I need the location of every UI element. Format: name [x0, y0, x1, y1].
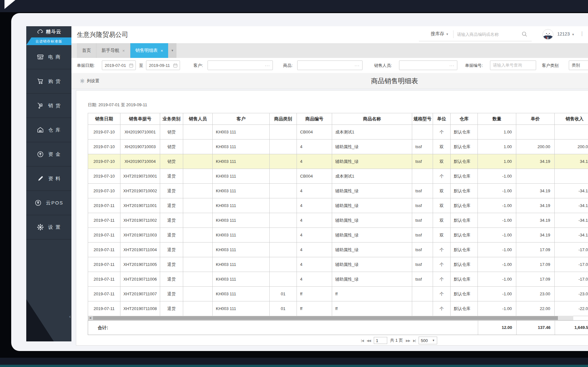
cell: 默认仓库: [451, 287, 478, 301]
top-band: [0, 0, 588, 12]
column-header[interactable]: 仓库: [451, 113, 478, 125]
close-icon[interactable]: ×: [122, 48, 125, 53]
cell: -23.00: [555, 287, 588, 301]
ellipsis-picker-button[interactable]: ···: [265, 63, 270, 68]
tab-list-dropdown[interactable]: ▼: [168, 43, 176, 58]
first-page-button[interactable]: |◀: [361, 339, 363, 342]
column-header[interactable]: 单价: [516, 113, 555, 125]
cell: 退货: [160, 228, 183, 243]
last-page-button[interactable]: ▶|: [413, 339, 416, 342]
sidebar-item-云POS[interactable]: 云POS: [26, 191, 71, 215]
column-header[interactable]: 销售人员: [183, 113, 213, 125]
cell: 辅助属性_绿: [332, 243, 412, 257]
column-header[interactable]: 数量: [478, 113, 516, 125]
cell: 4: [297, 228, 332, 243]
table-row[interactable]: 2019-07-11XHT20190711006退货KH003 1114辅助属性…: [88, 272, 588, 287]
cell: 4: [297, 257, 332, 272]
cell: -1.00: [478, 228, 516, 243]
tab-首页[interactable]: 首页: [77, 43, 96, 58]
column-header[interactable]: 商品编号: [297, 113, 332, 125]
table-row[interactable]: 2019-07-10XH20190710003销货KH003 1114辅助属性_…: [88, 140, 588, 154]
table-row[interactable]: 2019-07-11XHT20190711003退货KH003 1114辅助属性…: [88, 228, 588, 243]
bottom-teal-strip: [0, 365, 588, 367]
column-header[interactable]: 客户: [213, 113, 270, 125]
table-row[interactable]: 2019-07-11XHT20190711004退货KH003 1114辅助属性…: [88, 243, 588, 257]
column-header[interactable]: 业务类别: [160, 113, 183, 125]
calendar-icon[interactable]: [129, 63, 134, 68]
filter-picker-field[interactable]: ···: [208, 60, 273, 70]
cell: 2019-07-11: [88, 272, 120, 287]
table-row[interactable]: 2019-07-11XHT20190711001退货KH003 1114辅助属性…: [88, 198, 588, 213]
cell: 17.09: [516, 257, 555, 272]
filter-text-field[interactable]: 请输入单号查询: [490, 60, 536, 70]
filter-picker-field[interactable]: ···: [297, 60, 363, 70]
search-input[interactable]: [456, 30, 519, 38]
cell: [183, 213, 213, 228]
filter-date-field[interactable]: 2019-07-01: [102, 60, 136, 70]
cell: tssf: [412, 198, 433, 213]
filter-date-field[interactable]: 2019-09-11: [146, 60, 180, 70]
table-row[interactable]: 2019-07-11XHT20190711002退货KH003 1114辅助属性…: [88, 213, 588, 228]
table-row[interactable]: 2019-07-11XHT20190711005退货KH003 1114辅助属性…: [88, 257, 588, 272]
prev-page-button[interactable]: ◀◀: [366, 339, 371, 342]
sidebar-item-销货[interactable]: 销 货: [26, 94, 71, 118]
horizontal-scrollbar[interactable]: ◀: [88, 316, 573, 320]
filter-picker-field[interactable]: ···: [399, 60, 457, 70]
column-header[interactable]: 规格型号: [412, 113, 433, 125]
sidebar-collapse-button[interactable]: ‹: [69, 314, 71, 319]
sidebar-item-购货[interactable]: 购 货: [26, 69, 71, 94]
filter-label: 客户类别: [542, 58, 559, 73]
avatar[interactable]: [542, 29, 554, 40]
page-number-input[interactable]: [374, 337, 387, 344]
filter-select-field[interactable]: 类别▼: [569, 60, 588, 70]
pos-icon: [34, 199, 42, 207]
page-size-select[interactable]: 500 ▼: [419, 337, 437, 344]
column-header[interactable]: 销售收入: [555, 113, 588, 125]
sidebar-item-资金[interactable]: 资 金: [26, 142, 71, 167]
table-row[interactable]: 2019-07-11XHT20190711008退货KH003 11101fff…: [88, 301, 588, 316]
table-row[interactable]: 2019-07-10XH20190710001销货KH003 111CB004成…: [88, 125, 588, 140]
sidebar-item-仓库[interactable]: 仓 库: [26, 118, 71, 142]
ellipsis-picker-button[interactable]: ···: [355, 63, 360, 68]
cell: [183, 287, 213, 301]
user-menu[interactable]: 12123▼: [557, 31, 575, 36]
ellipsis-picker-button[interactable]: ···: [449, 63, 454, 68]
cell: 默认仓库: [451, 154, 478, 169]
calendar-icon[interactable]: [173, 63, 178, 68]
cell: 默认仓库: [451, 257, 478, 272]
cell: XHT20190711005: [120, 257, 160, 272]
tab-销售明细表[interactable]: 销售明细表×: [130, 43, 168, 58]
column-header[interactable]: 销售日期: [88, 113, 120, 125]
sidebar-item-电商[interactable]: 电 商: [26, 45, 71, 69]
search-scope-dropdown[interactable]: 搜库存▼: [431, 31, 449, 37]
table-row[interactable]: 2019-07-11XHT20190711007退货KH003 11101fff…: [88, 287, 588, 301]
column-header[interactable]: 单位: [433, 113, 451, 125]
warehouse-icon: [37, 126, 44, 134]
screen: 精斗云 云进销存标准版 电 商购 货销 货仓 库资 金资 料云POS设 置 ‹ …: [0, 0, 588, 367]
next-page-button[interactable]: ▶▶: [406, 339, 410, 342]
cell: -1.00: [478, 301, 516, 316]
chevron-down-icon: ▼: [446, 33, 449, 36]
sidebar-item-label: 云POS: [46, 200, 63, 206]
table-row[interactable]: 2019-07-10XHT20190710002退货KH003 1114辅助属性…: [88, 184, 588, 198]
table-row[interactable]: 2019-07-10XHT20190710001退货KH003 111CB004…: [88, 169, 588, 184]
cell: 辅助属性_绿: [332, 184, 412, 198]
column-settings-button[interactable]: 列设置: [80, 73, 99, 89]
search-icon[interactable]: [521, 31, 528, 37]
column-header[interactable]: 商品类别: [270, 113, 297, 125]
cell: 销货: [160, 125, 183, 140]
scroll-left-button[interactable]: ◀: [88, 316, 93, 320]
close-icon[interactable]: ×: [161, 48, 163, 53]
tab-bar: 首页新手导航×销售明细表× ▼: [71, 43, 588, 58]
sidebar-item-设置[interactable]: 设 置: [26, 215, 71, 240]
cell: 1.00: [478, 154, 516, 169]
column-header[interactable]: 销售单据号: [120, 113, 160, 125]
app-logo[interactable]: 精斗云: [26, 26, 71, 37]
funds-icon: [37, 150, 44, 158]
table-row[interactable]: 2019-07-10XH20190710004销货KH003 1114辅助属性_…: [88, 154, 588, 169]
column-header[interactable]: 商品名称: [332, 113, 412, 125]
cell: XHT20190711001: [120, 198, 160, 213]
sidebar-item-资料[interactable]: 资 料: [26, 167, 71, 191]
scrollbar-thumb[interactable]: [93, 316, 558, 320]
tab-新手导航[interactable]: 新手导航×: [96, 43, 130, 58]
